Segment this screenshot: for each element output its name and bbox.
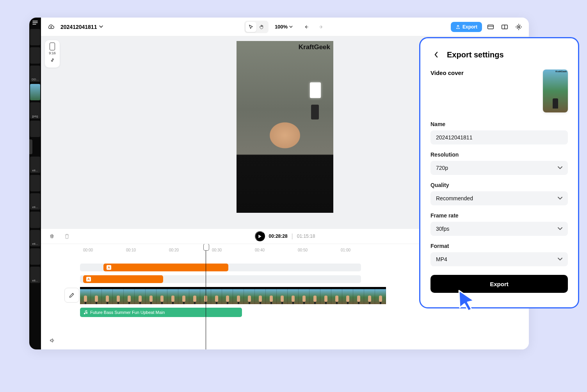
- aspect-ratio-text: 9:16: [49, 51, 56, 55]
- video-cover-label: Video cover: [430, 69, 464, 76]
- media-thumb[interactable]: [30, 121, 40, 137]
- quality-select[interactable]: Recommended: [430, 191, 568, 205]
- back-button[interactable]: [430, 49, 441, 60]
- framerate-field-label: Frame rate: [430, 212, 568, 219]
- media-thumb[interactable]: [30, 175, 40, 191]
- framerate-select[interactable]: 30fps: [430, 222, 568, 236]
- collapse-handle[interactable]: [29, 139, 32, 154]
- media-thumb[interactable]: eti...: [30, 267, 40, 283]
- chevron-left-icon: [434, 52, 438, 58]
- chevron-down-icon: [558, 197, 562, 200]
- preview-scene-element: [237, 118, 333, 213]
- ruler-label: 00:40: [255, 248, 265, 252]
- tool-toggle: [244, 21, 269, 33]
- edit-clip-button[interactable]: [64, 288, 79, 303]
- media-thumb[interactable]: [30, 248, 40, 265]
- quality-field-label: Quality: [430, 182, 568, 188]
- watermark-text: KraftGeek: [299, 43, 330, 51]
- format-select[interactable]: MP4: [430, 252, 568, 266]
- chevron-down-icon: [289, 26, 293, 28]
- caption-badge-icon: A: [86, 277, 91, 282]
- upload-icon: [455, 24, 461, 29]
- undo-button[interactable]: [302, 21, 313, 32]
- ruler-label: 00:30: [212, 248, 222, 252]
- chevron-down-icon: [558, 227, 562, 230]
- caption-clip[interactable]: A: [103, 264, 228, 271]
- audio-clip-name: Future Bass Summer Fun Upbeat Main: [90, 310, 165, 315]
- preview-scene-element: [311, 105, 319, 119]
- media-thumb[interactable]: [30, 47, 40, 64]
- cloud-icon[interactable]: [46, 21, 57, 32]
- export-button-top[interactable]: Export: [451, 22, 482, 32]
- project-name-dropdown[interactable]: 202412041811: [60, 24, 103, 30]
- ruler-label: 01:00: [341, 248, 350, 252]
- export-panel-title: Export settings: [447, 50, 504, 59]
- aspect-rect-icon: [50, 43, 55, 50]
- media-sidebar: DD... jpeg eti... eti... eti... eti...: [29, 18, 41, 349]
- playhead[interactable]: [206, 245, 206, 349]
- project-name-text: 202412041811: [60, 24, 97, 30]
- media-thumb[interactable]: eti...: [30, 193, 40, 210]
- settings-icon[interactable]: [513, 21, 524, 32]
- layout-icon[interactable]: [485, 21, 496, 32]
- export-settings-panel: Export settings Video cover KraftGeek Na…: [419, 37, 579, 308]
- format-value: MP4: [436, 256, 447, 262]
- media-thumb[interactable]: [30, 84, 40, 100]
- tiktok-icon: [50, 58, 55, 63]
- redo-button[interactable]: [315, 21, 326, 32]
- select-tool[interactable]: [245, 22, 256, 32]
- ruler-label: 00:10: [126, 248, 136, 252]
- media-thumb[interactable]: DD...: [30, 66, 40, 82]
- resolution-select[interactable]: 720p: [430, 161, 568, 175]
- svg-point-2: [518, 26, 520, 28]
- cursor-pointer-icon: [457, 289, 478, 312]
- chevron-down-icon: [558, 166, 562, 169]
- split-icon[interactable]: [46, 231, 57, 242]
- ruler-label: 00:50: [298, 248, 308, 252]
- zoom-value: 100%: [275, 24, 288, 30]
- quality-value: Recommended: [436, 195, 473, 201]
- ruler-label: 00:00: [83, 248, 93, 252]
- hand-tool[interactable]: [256, 22, 267, 32]
- menu-icon[interactable]: [32, 20, 38, 25]
- time-total: 01:15:18: [297, 233, 315, 239]
- name-field-label: Name: [430, 121, 568, 127]
- media-thumb[interactable]: eti...: [30, 157, 40, 173]
- ruler-label: 00:20: [169, 248, 179, 252]
- video-cover-thumbnail[interactable]: KraftGeek: [543, 69, 568, 112]
- audio-clip[interactable]: Future Bass Summer Fun Upbeat Main: [80, 308, 242, 317]
- svg-rect-0: [488, 25, 494, 29]
- top-bar: 202412041811 100%: [41, 18, 529, 36]
- caption-badge-icon: A: [107, 265, 111, 270]
- play-button[interactable]: [255, 231, 265, 241]
- video-preview[interactable]: KraftGeek: [237, 41, 333, 213]
- music-note-icon: [83, 310, 88, 315]
- video-clip[interactable]: [80, 287, 386, 304]
- track-head-audio: [41, 307, 64, 349]
- media-thumb[interactable]: [30, 212, 40, 228]
- chevron-down-icon: [99, 25, 103, 28]
- cover-watermark: KraftGeek: [555, 70, 567, 73]
- aspect-ratio-card[interactable]: 9:16: [45, 40, 60, 68]
- panels-icon[interactable]: [499, 21, 510, 32]
- preview-scene-element: [310, 82, 321, 98]
- resolution-field-label: Resolution: [430, 151, 568, 158]
- caption-clip[interactable]: A: [83, 275, 163, 283]
- media-thumb[interactable]: jpeg: [30, 102, 40, 119]
- trash-icon[interactable]: [61, 231, 72, 242]
- format-field-label: Format: [430, 243, 568, 249]
- time-current: 00:28:28: [269, 233, 288, 239]
- zoom-select[interactable]: 100%: [272, 22, 295, 31]
- media-thumb[interactable]: [30, 29, 40, 45]
- export-confirm-button[interactable]: Export: [430, 275, 568, 293]
- svg-point-5: [86, 312, 88, 314]
- chevron-down-icon: [558, 258, 562, 261]
- media-thumb[interactable]: eti...: [30, 230, 40, 246]
- resolution-value: 720p: [436, 165, 448, 171]
- name-input[interactable]: [430, 130, 568, 144]
- export-button-label: Export: [462, 24, 477, 30]
- framerate-value: 30fps: [436, 226, 449, 232]
